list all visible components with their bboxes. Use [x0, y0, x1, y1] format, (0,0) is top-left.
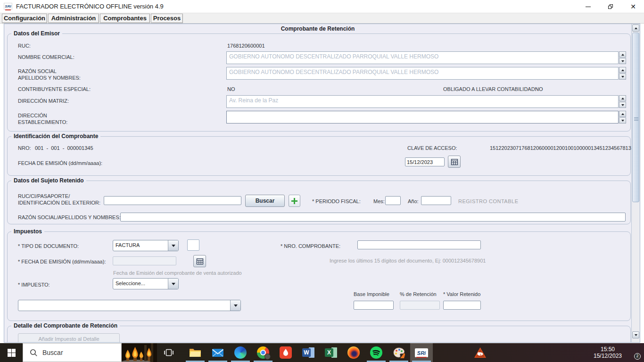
- scroll-down-button[interactable]: [632, 331, 639, 338]
- spinner-up-button[interactable]: [619, 51, 626, 58]
- base-imponible-header: Base Imponible: [354, 291, 389, 297]
- spinner-down-button[interactable]: [619, 58, 626, 64]
- chrome-badge: [264, 354, 271, 360]
- combo-arrow-button[interactable]: [168, 240, 178, 251]
- razon-social-textarea[interactable]: GOBIERNO AUTONOMO DESCENTRALIZADO PARROQ…: [226, 67, 619, 80]
- fecha-emision-input[interactable]: [405, 157, 445, 166]
- menu-comprobantes[interactable]: Comprobantes: [100, 14, 150, 23]
- nro-comprobante-label: * NRO. COMPROBANTE:: [281, 243, 340, 249]
- direccion-establecimiento-label-2: ESTABLECIMIENTO:: [18, 119, 67, 125]
- spinner-up-button[interactable]: [619, 67, 626, 73]
- tipo-documento-label: * TIPO DE DOCUMENTO:: [18, 243, 79, 249]
- ruc-label: RUC:: [18, 43, 31, 49]
- group-detalle: Detalle del Comprobante de Retención Aña…: [7, 326, 631, 343]
- fecha-emision-doc-input[interactable]: [113, 256, 176, 265]
- minimize-button[interactable]: [577, 0, 599, 13]
- start-button[interactable]: [0, 343, 23, 362]
- mes-input[interactable]: [385, 196, 401, 205]
- add-sujeto-button[interactable]: [289, 195, 300, 207]
- direccion-establecimiento-label-1: DIRECCIÓN: [18, 113, 47, 118]
- razon-social-spinner: [619, 67, 626, 80]
- impuesto-combo[interactable]: Seleccione...: [113, 278, 179, 289]
- spinner-up-button[interactable]: [619, 95, 626, 101]
- taskbar-mail[interactable]: [206, 343, 229, 362]
- concepto-retencion-value: [18, 300, 230, 311]
- base-imponible-input[interactable]: [354, 301, 394, 310]
- scrollbar-thumb[interactable]: [632, 33, 639, 202]
- file-explorer-icon: [189, 346, 201, 359]
- arrow-down-icon: [621, 60, 624, 62]
- nro-comprobante-input[interactable]: [357, 240, 481, 249]
- tray-alert-app[interactable]: [471, 343, 488, 362]
- taskbar-sri-facturador[interactable]: SRi: [410, 343, 433, 362]
- direccion-establecimiento-textarea[interactable]: [226, 111, 619, 123]
- combo-arrow-button[interactable]: [230, 300, 240, 311]
- combo-arrow-button[interactable]: [168, 279, 178, 289]
- nombre-comercial-label: NOMBRE COMERCIAL:: [18, 54, 74, 60]
- page-title: Comprobante de Retención: [4, 25, 631, 32]
- razon-social-sujeto-input[interactable]: [120, 213, 626, 222]
- obligado-label: OBLIGADO A LLEVAR CONTABILIDAD:: [443, 86, 537, 92]
- fecha-emision-doc-calendar-button[interactable]: [193, 255, 206, 267]
- taskbar-excel[interactable]: X: [320, 343, 342, 362]
- taskbar-file-explorer[interactable]: [184, 343, 206, 362]
- restore-button[interactable]: [600, 0, 621, 13]
- fecha-emision-doc-label: * FECHA DE EMISIÓN (dd/mm/aaaa):: [18, 259, 106, 264]
- identificacion-exterior-label-1: RUC/CI/PASAPORTE/: [18, 193, 70, 199]
- retencion-input[interactable]: [400, 301, 440, 310]
- screen: SRi FACTURADOR ELECTRÓNICO OFFLINE versi…: [0, 0, 644, 362]
- fecha-emision-calendar-button[interactable]: [448, 156, 461, 168]
- menu-bar: Configuración Administración Comprobante…: [0, 13, 644, 24]
- impuesto-label: * IMPUESTO:: [18, 282, 50, 288]
- form-panel: Comprobante de Retención Datos del Emiso…: [4, 24, 640, 343]
- taskbar-edge[interactable]: [229, 343, 252, 362]
- taskbar-search-box[interactable]: [23, 343, 122, 362]
- valor-retenido-input[interactable]: [443, 301, 481, 310]
- fecha-emision-hint: Fecha de Emisión del comprobante de vent…: [113, 270, 242, 276]
- tipo-documento-code-box[interactable]: [187, 239, 199, 251]
- menu-administracion[interactable]: Administración: [48, 14, 99, 23]
- taskbar-firefox[interactable]: [342, 343, 365, 362]
- razon-social-label-2: APELLIDOS Y NOMBRES:: [18, 75, 81, 81]
- arrow-down-icon: [621, 104, 624, 106]
- task-view-button[interactable]: [158, 343, 179, 362]
- restore-icon: [608, 4, 613, 9]
- spinner-down-button[interactable]: [619, 102, 626, 108]
- sri-app-icon-text: SRi: [5, 4, 11, 8]
- tipo-documento-value: FACTURA: [113, 240, 168, 251]
- tipo-documento-combo[interactable]: FACTURA: [113, 240, 179, 251]
- nombre-comercial-textarea[interactable]: GOBIERNO AUTONOMO DESCENTRALIZADO PARROQ…: [226, 51, 619, 64]
- menu-configuracion[interactable]: Configuración: [2, 14, 47, 23]
- taskbar-spotify[interactable]: [365, 343, 388, 362]
- direccion-matriz-label: DIRECCIÓN MATRIZ:: [18, 98, 69, 104]
- menu-procesos[interactable]: Procesos: [151, 14, 183, 23]
- anio-input[interactable]: [421, 196, 451, 205]
- spotlight-image[interactable]: [122, 343, 157, 362]
- buscar-button[interactable]: Buscar: [245, 195, 285, 207]
- concepto-retencion-combo[interactable]: [18, 300, 241, 311]
- direccion-matriz-spinner: [619, 95, 626, 108]
- group-title-detalle: Detalle del Comprobante de Retención: [11, 322, 120, 329]
- spinner-down-button[interactable]: [619, 117, 626, 123]
- identificacion-exterior-input[interactable]: [104, 196, 241, 205]
- direccion-matriz-textarea[interactable]: Av. Reina de la Paz: [226, 95, 619, 108]
- taskbar-pdf-reader[interactable]: [274, 343, 297, 362]
- close-button[interactable]: ✕: [622, 0, 644, 13]
- scroll-up-button[interactable]: [632, 25, 639, 32]
- nombre-comercial-text: GOBIERNO AUTONOMO DESCENTRALIZADO PARROQ…: [229, 53, 438, 60]
- clave-acceso-value: 1512202307176812060000120010010000013451…: [490, 145, 631, 151]
- spinner-down-button[interactable]: [619, 74, 626, 80]
- retencion-header: % de Retención: [400, 291, 437, 297]
- search-icon: [30, 349, 38, 357]
- tray-clock[interactable]: 15:50 15/12/2023: [589, 343, 626, 362]
- alert-app-icon: [474, 347, 487, 359]
- scrollbar-grip: [634, 117, 638, 121]
- nro-comprobante-hint: Ingrese los últimos 15 dígitos del docum…: [330, 258, 486, 263]
- taskbar-chrome[interactable]: [252, 343, 274, 362]
- contribuyente-label: CONTRIBUYENTE ESPECIAL:: [18, 86, 91, 92]
- taskbar-paint[interactable]: [388, 343, 410, 362]
- taskbar-word[interactable]: W: [297, 343, 320, 362]
- search-input[interactable]: [42, 349, 108, 356]
- agregar-impuesto-button[interactable]: Añadir Impuesto al Detalle: [18, 333, 120, 343]
- spinner-up-button[interactable]: [619, 111, 626, 117]
